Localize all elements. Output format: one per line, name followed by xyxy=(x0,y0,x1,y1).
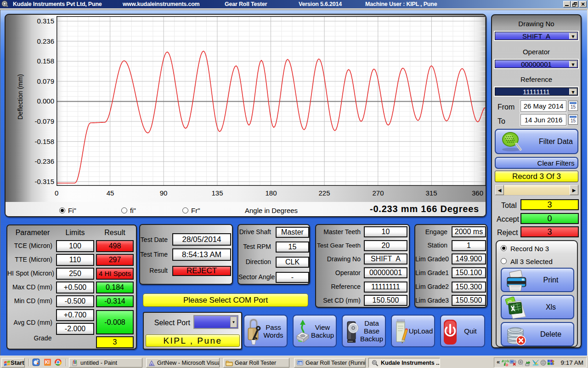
svg-text:VB: VB xyxy=(298,362,302,365)
svg-text:KI: KI xyxy=(45,360,50,365)
